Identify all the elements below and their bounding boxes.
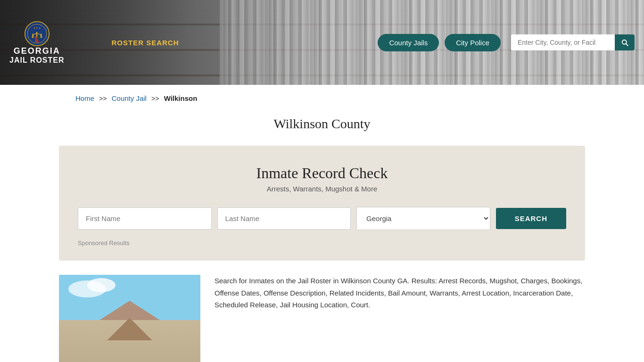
svg-rect-13	[120, 322, 126, 360]
svg-point-8	[87, 278, 116, 292]
svg-point-21	[60, 342, 75, 362]
first-name-input[interactable]	[78, 207, 212, 230]
county-jails-button[interactable]: County Jails	[378, 34, 439, 51]
search-icon	[620, 38, 629, 47]
header-nav: County Jails City Police	[378, 34, 635, 51]
header-search-button[interactable]	[615, 34, 635, 50]
state-select[interactable]: AlabamaAlaskaArizonaArkansasCaliforniaCo…	[356, 207, 490, 230]
inmate-section-subtitle: Arrests, Warrants, Mugshot & More	[78, 185, 566, 193]
svg-point-23	[181, 342, 196, 362]
svg-rect-18	[85, 359, 174, 362]
inmate-search-button[interactable]: SEARCH	[496, 208, 566, 229]
courthouse-illustration	[59, 275, 200, 362]
svg-rect-3	[41, 33, 42, 38]
svg-rect-12	[106, 322, 112, 360]
svg-rect-2	[32, 33, 33, 38]
svg-rect-17	[120, 350, 139, 362]
bottom-section: Search for Inmates on the Jail Roster in…	[0, 261, 644, 362]
breadcrumb-current: Wilkinson	[164, 94, 198, 102]
site-header: ★ ★ ★ GEORGIA JAIL ROSTER ROSTER SEARCH …	[0, 0, 644, 85]
svg-rect-11	[92, 322, 98, 360]
last-name-input[interactable]	[217, 207, 351, 230]
inmate-section-title: Inmate Record Check	[78, 165, 566, 182]
svg-rect-22	[186, 355, 190, 362]
header-search-input[interactable]	[511, 35, 615, 50]
breadcrumb-home[interactable]: Home	[75, 94, 94, 102]
svg-rect-16	[163, 322, 168, 360]
roster-search-link[interactable]: ROSTER SEARCH	[112, 39, 179, 47]
breadcrumb-county-jail[interactable]: County Jail	[112, 94, 147, 102]
svg-text:★ ★ ★: ★ ★ ★	[33, 26, 41, 29]
svg-rect-9	[78, 322, 182, 362]
breadcrumb-sep1: >>	[99, 95, 107, 102]
georgia-seal-icon: ★ ★ ★	[24, 21, 50, 47]
svg-rect-14	[134, 322, 140, 360]
header-search-bar	[511, 34, 635, 50]
page-title: Wilkinson County	[0, 116, 644, 132]
logo-jail-roster-text: JAIL ROSTER	[9, 56, 65, 65]
svg-rect-15	[149, 322, 154, 360]
breadcrumb-sep2: >>	[151, 95, 159, 102]
breadcrumb: Home >> County Jail >> Wilkinson	[0, 85, 644, 112]
svg-rect-20	[66, 355, 70, 362]
city-police-button[interactable]: City Police	[445, 34, 501, 51]
site-logo: ★ ★ ★ GEORGIA JAIL ROSTER	[9, 21, 65, 64]
description-text: Search for Inmates on the Jail Roster in…	[215, 275, 585, 311]
sponsored-results-label: Sponsored Results	[78, 239, 566, 247]
inmate-search-form: AlabamaAlaskaArizonaArkansasCaliforniaCo…	[78, 207, 566, 230]
building-image	[59, 275, 200, 362]
logo-georgia-text: GEORGIA	[9, 47, 65, 56]
inmate-record-section: Inmate Record Check Arrests, Warrants, M…	[59, 146, 585, 261]
